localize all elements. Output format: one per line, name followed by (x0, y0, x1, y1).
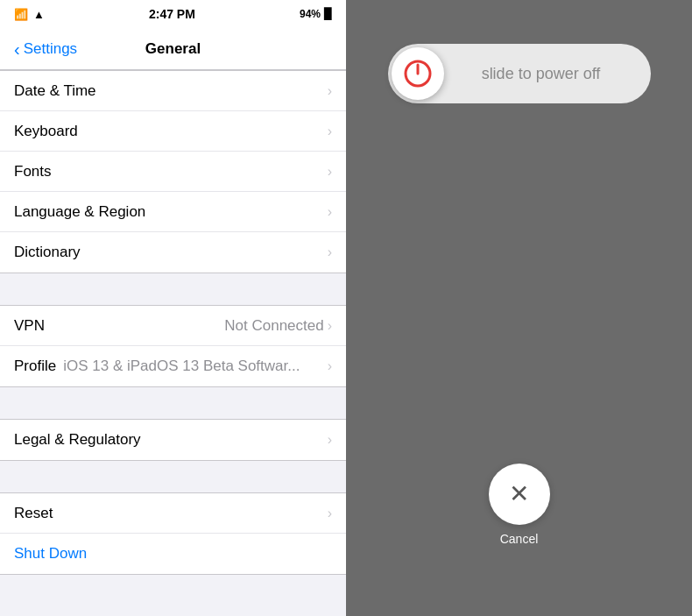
fonts-label: Fonts (14, 163, 52, 181)
keyboard-row[interactable]: Keyboard › (0, 111, 346, 152)
back-button[interactable]: ‹ Settings (14, 40, 77, 58)
profile-label: Profile (14, 358, 56, 375)
legal-regulatory-label: Legal & Regulatory (14, 431, 141, 449)
settings-group-2: VPN Not Connected › Profile iOS 13 & iPa… (0, 305, 346, 387)
signal-icon: ▲ (33, 8, 45, 21)
cancel-label: Cancel (500, 532, 539, 546)
chevron-right-icon: › (328, 164, 332, 180)
profile-left: Profile iOS 13 & iPadOS 13 Beta Softwar.… (14, 358, 300, 375)
dictionary-label: Dictionary (14, 244, 81, 261)
power-slider-thumb (392, 47, 444, 100)
language-region-label: Language & Region (14, 203, 145, 221)
fonts-row[interactable]: Fonts › (0, 152, 346, 192)
back-label: Settings (24, 40, 77, 58)
section-divider-3 (0, 461, 346, 492)
settings-group-3: Legal & Regulatory › (0, 419, 346, 461)
power-icon (402, 58, 434, 89)
vpn-status: Not Connected (224, 317, 323, 335)
reset-row[interactable]: Reset › (0, 493, 346, 534)
nav-header: ‹ Settings General (0, 28, 346, 70)
settings-group-1: Date & Time › Keyboard › Fonts › Languag… (0, 70, 346, 273)
vpn-row[interactable]: VPN Not Connected › (0, 306, 346, 346)
cancel-container: ✕ Cancel (489, 464, 550, 546)
power-panel: slide to power off ✕ Cancel (346, 0, 692, 616)
vpn-label: VPN (14, 317, 45, 335)
vpn-right: Not Connected › (224, 317, 332, 335)
chevron-right-icon: › (328, 204, 332, 220)
status-left: 📶 ▲ (14, 8, 45, 21)
chevron-right-icon: › (328, 244, 332, 260)
chevron-left-icon: ‹ (14, 40, 20, 58)
shutdown-row[interactable]: Shut Down (0, 534, 346, 574)
keyboard-label: Keyboard (14, 123, 78, 140)
cancel-button[interactable]: ✕ (489, 464, 550, 525)
chevron-right-icon: › (328, 358, 332, 374)
legal-regulatory-row[interactable]: Legal & Regulatory › (0, 420, 346, 460)
power-slider[interactable]: slide to power off (388, 44, 651, 103)
battery-icon: ▉ (324, 8, 332, 20)
profile-row[interactable]: Profile iOS 13 & iPadOS 13 Beta Softwar.… (0, 346, 346, 386)
chevron-right-icon: › (328, 432, 332, 448)
reset-label: Reset (14, 505, 53, 522)
section-divider-2 (0, 387, 346, 419)
cancel-x-icon: ✕ (509, 482, 529, 506)
chevron-right-icon: › (328, 318, 332, 334)
chevron-right-icon: › (328, 506, 332, 521)
slider-text: slide to power off (444, 65, 647, 83)
date-time-label: Date & Time (14, 82, 96, 100)
settings-group-4: Reset › Shut Down (0, 492, 346, 575)
page-title: General (145, 40, 201, 58)
wifi-icon: 📶 (14, 8, 28, 21)
language-region-row[interactable]: Language & Region › (0, 192, 346, 232)
section-divider-1 (0, 273, 346, 305)
profile-value: iOS 13 & iPadOS 13 Beta Softwar... (63, 358, 300, 375)
settings-panel: 📶 ▲ 2:47 PM 94% ▉ ‹ Settings General Dat… (0, 0, 346, 616)
status-time: 2:47 PM (149, 7, 195, 21)
status-bar: 📶 ▲ 2:47 PM 94% ▉ (0, 0, 346, 28)
status-right: 94% ▉ (300, 8, 332, 20)
chevron-right-icon: › (328, 83, 332, 99)
dictionary-row[interactable]: Dictionary › (0, 232, 346, 273)
chevron-right-icon: › (328, 124, 332, 139)
battery-percent: 94% (300, 8, 321, 20)
shutdown-label: Shut Down (14, 545, 87, 563)
date-time-row[interactable]: Date & Time › (0, 71, 346, 111)
